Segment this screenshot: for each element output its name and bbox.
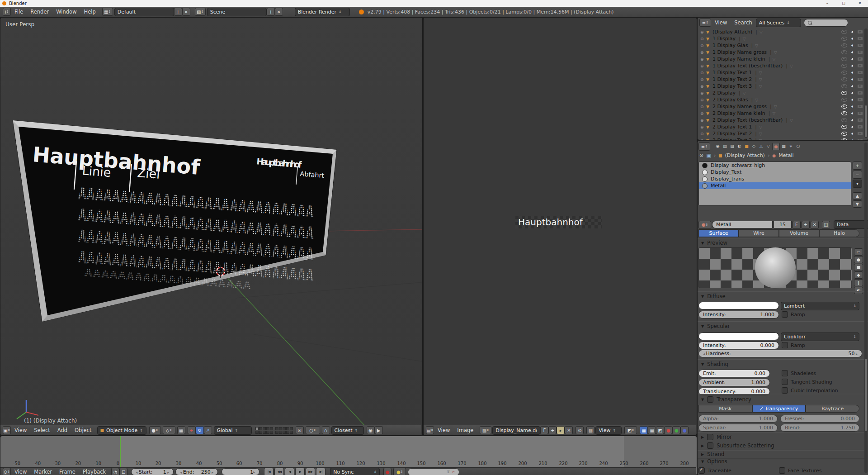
- material-slot[interactable]: Display_schwarz_high: [699, 162, 851, 169]
- menu-item[interactable]: File: [11, 9, 27, 15]
- expand-icon[interactable]: ⊕: [700, 111, 706, 116]
- scene-select[interactable]: Scene: [207, 8, 267, 16]
- expand-icon[interactable]: ⊕: [700, 118, 706, 123]
- outliner-item-label[interactable]: 2 Display Glas: [712, 97, 748, 103]
- menu-item[interactable]: Marker: [30, 469, 56, 475]
- renderability-camera-icon[interactable]: [858, 51, 863, 54]
- properties-tab-icon[interactable]: ▦: [780, 143, 787, 149]
- specular-hardness-slider[interactable]: ◂ Hardness: 50 ▸: [698, 350, 862, 357]
- expand-icon[interactable]: ⊕: [700, 37, 706, 41]
- screen-layout-select[interactable]: Default: [114, 8, 174, 16]
- snap-magnet-icon[interactable]: ∩: [322, 426, 330, 434]
- diffuse-shader-select[interactable]: Lambert⇕: [781, 302, 859, 310]
- renderability-camera-icon[interactable]: [858, 91, 863, 95]
- scene-delete-button[interactable]: ✕: [275, 8, 283, 16]
- lock-to-scene-icon[interactable]: ⊡: [296, 426, 304, 434]
- visibility-eye-icon[interactable]: [841, 132, 847, 136]
- pivot-point-icon[interactable]: ◇⇕: [163, 426, 175, 434]
- outliner-row[interactable]: ⊕ ▼ 1 Display Text 3 | ▽ ➤: [698, 83, 865, 90]
- visibility-eye-icon[interactable]: [841, 118, 847, 122]
- renderability-camera-icon[interactable]: [858, 64, 863, 67]
- layout-delete-button[interactable]: ✕: [182, 8, 190, 16]
- minimize-button[interactable]: –: [819, 0, 835, 7]
- visibility-eye-icon[interactable]: [841, 77, 847, 81]
- panel-enable-checkbox[interactable]: [707, 434, 713, 440]
- pin-icon[interactable]: ⊙: [699, 152, 703, 158]
- outliner-item-label[interactable]: 1 Display Glas: [712, 43, 748, 48]
- sync-mode-select[interactable]: No Sync⇕: [330, 468, 380, 475]
- close-button[interactable]: ✕: [852, 0, 868, 7]
- image-name-field[interactable]: Display_Name.dds....: [492, 426, 540, 435]
- manipulator-rotate-icon[interactable]: ↻: [196, 426, 204, 434]
- editor-type-outliner-icon[interactable]: ≡⇕: [699, 19, 711, 27]
- outliner-row[interactable]: ⊕ ▼ 1 Display | ▽ ➤: [698, 35, 865, 42]
- outliner-row[interactable]: ⊕ ▼ 2 Display Name gross | ▽ ➤: [698, 103, 865, 110]
- outliner-row[interactable]: ⊕ ▼ 1 Display Text (beschriftbar) | ▽ ➤: [698, 62, 865, 69]
- renderability-camera-icon[interactable]: [858, 112, 863, 115]
- uv-image-editor[interactable]: Hauptbahnhof ▤⇕ ViewImage ▨⇕ Display_Nam…: [423, 17, 697, 436]
- menu-item[interactable]: Window: [52, 9, 80, 15]
- viewport-3d[interactable]: Hauptbahnhof Linie Ziel Hauptbahnhof Abf…: [0, 17, 423, 436]
- image-datablock-icon[interactable]: ▨⇕: [480, 426, 491, 434]
- outliner-item-label[interactable]: 1 Display: [712, 36, 736, 42]
- maximize-button[interactable]: ◻: [835, 0, 852, 7]
- visibility-eye-icon[interactable]: [841, 111, 847, 115]
- selectability-cursor-icon[interactable]: ➤: [850, 111, 855, 116]
- channel-blue-icon[interactable]: ●: [680, 426, 689, 434]
- editor-type-3dview-icon[interactable]: ▣⇕: [3, 426, 11, 434]
- visibility-eye-icon[interactable]: [841, 37, 847, 41]
- preview-range-icon[interactable]: ◔: [111, 468, 119, 475]
- material-type-button[interactable]: Surface: [698, 229, 739, 237]
- properties-tab-icon[interactable]: ▧: [729, 143, 736, 149]
- transport-button[interactable]: ◀: [285, 468, 294, 475]
- expand-icon[interactable]: ⊕: [700, 71, 706, 75]
- outliner-item-label[interactable]: 1 Display Text 1: [712, 70, 752, 76]
- collapsed-panel-header[interactable]: ▶ Subsurface Scattering: [698, 442, 865, 450]
- outliner-scrollbar[interactable]: [864, 28, 868, 138]
- visibility-eye-icon[interactable]: [841, 64, 847, 68]
- node-icon[interactable]: ▣: [706, 152, 711, 158]
- current-frame-line[interactable]: [120, 436, 121, 467]
- material-new-button[interactable]: +: [802, 221, 810, 229]
- transport-button[interactable]: |◀: [264, 468, 274, 475]
- mode-select[interactable]: ■ Object Mode⇕: [97, 426, 146, 435]
- expand-icon[interactable]: ⊕: [700, 64, 706, 68]
- frame-start-field[interactable]: ◂ Start: 1 ▸: [131, 468, 174, 475]
- selectability-cursor-icon[interactable]: ➤: [850, 64, 855, 68]
- snap-target-select[interactable]: Closest⇕: [331, 426, 364, 435]
- shading-checkbox[interactable]: [782, 387, 788, 394]
- material-browse-icon[interactable]: ●⇕: [698, 221, 711, 229]
- channel-red-icon[interactable]: ●: [664, 426, 672, 434]
- menu-item[interactable]: Help: [80, 9, 99, 15]
- display-board-object[interactable]: Hauptbahnhof Linie Ziel Hauptbahnhof Abf…: [13, 120, 337, 322]
- outliner-item-label[interactable]: 1 Display Name klein: [712, 56, 765, 62]
- transparency-mode-button[interactable]: Z Transparency: [752, 405, 806, 413]
- panel-header-options[interactable]: ▼Options: [701, 458, 727, 465]
- render-opengl-anim-icon[interactable]: ▶: [375, 426, 383, 434]
- current-frame-field[interactable]: 1 ▸: [222, 468, 259, 475]
- outliner-item-label[interactable]: 2 Display Name klein: [712, 110, 765, 116]
- outliner[interactable]: ≡⇕ View Search All Scenes⇕ ⊕ ▼ (Display …: [697, 17, 868, 140]
- visibility-eye-icon[interactable]: [841, 84, 847, 88]
- selectability-cursor-icon[interactable]: ➤: [850, 57, 855, 62]
- diffuse-ramp-checkbox[interactable]: [782, 311, 788, 318]
- breadcrumb-object[interactable]: (Display Attach): [725, 152, 765, 158]
- outliner-row[interactable]: ⊕ ▼ (Display Attach) | ▽ ➤: [698, 28, 865, 35]
- shading-slider[interactable]: Ambient:1.000: [698, 379, 770, 386]
- keying-set-icon[interactable]: ●⇕: [393, 468, 406, 475]
- outliner-row[interactable]: ⊕ ▼ 2 Display Text 2 | ▽ ➤: [698, 130, 865, 137]
- expand-icon[interactable]: ⊕: [700, 57, 706, 62]
- keying-set-field[interactable]: ⚿ ✂: [408, 468, 459, 475]
- selectability-cursor-icon[interactable]: ➤: [850, 118, 855, 123]
- manipulator-translate-icon[interactable]: +: [188, 426, 196, 434]
- transparency-slider[interactable]: Fresnel:0.000: [780, 415, 859, 423]
- diffuse-color-swatch[interactable]: [698, 302, 779, 309]
- outliner-scope-select[interactable]: All Scenes⇕: [756, 19, 801, 27]
- menu-item[interactable]: Image: [453, 427, 477, 433]
- screen-layout-icon[interactable]: ▦⇕: [102, 8, 113, 16]
- preview-shape-icon[interactable]: ◆: [854, 271, 863, 279]
- menu-item[interactable]: Frame: [56, 469, 79, 475]
- menu-item[interactable]: View: [11, 469, 30, 475]
- outliner-row[interactable]: ⊕ ▼ 2 Display Glas | ▽ ➤: [698, 96, 865, 103]
- renderability-camera-icon[interactable]: [858, 30, 863, 33]
